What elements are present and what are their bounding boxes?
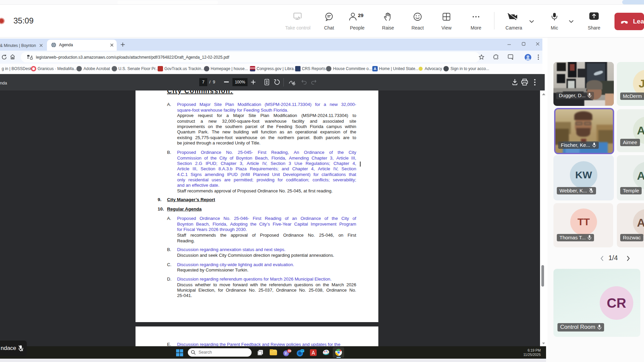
svg-text:T: T	[285, 352, 287, 355]
svg-text:29: 29	[358, 12, 364, 18]
svg-text:99: 99	[288, 349, 291, 353]
